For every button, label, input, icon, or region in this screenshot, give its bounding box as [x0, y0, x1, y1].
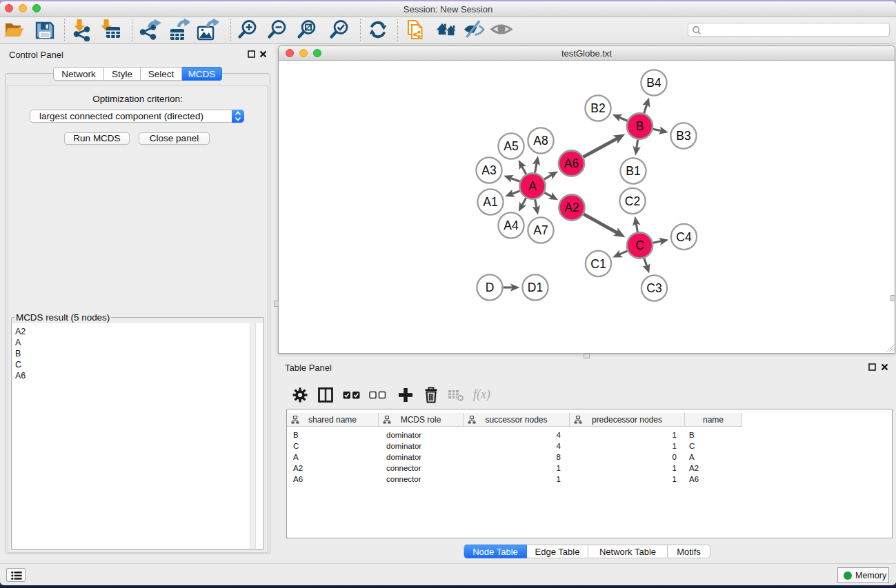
svg-text:A5: A5	[504, 139, 518, 153]
svg-text:C2: C2	[625, 194, 640, 208]
svg-text:C: C	[635, 239, 644, 252]
svg-text:C4: C4	[676, 230, 692, 244]
svg-text:B: B	[636, 119, 644, 133]
svg-text:A1: A1	[483, 195, 497, 209]
svg-text:D: D	[486, 281, 495, 294]
svg-text:A8: A8	[533, 134, 548, 148]
svg-text:A6: A6	[564, 156, 579, 170]
svg-text:B4: B4	[646, 76, 661, 90]
svg-text:B3: B3	[676, 129, 690, 143]
svg-text:C1: C1	[590, 257, 606, 271]
svg-text:A3: A3	[481, 163, 496, 177]
svg-text:B1: B1	[626, 164, 640, 178]
svg-text:A7: A7	[533, 223, 548, 237]
svg-text:B2: B2	[590, 101, 605, 115]
svg-text:C3: C3	[646, 281, 661, 295]
svg-text:A: A	[528, 179, 537, 193]
svg-text:A4: A4	[504, 219, 519, 232]
svg-text:A2: A2	[564, 201, 579, 214]
svg-text:D1: D1	[528, 281, 543, 294]
